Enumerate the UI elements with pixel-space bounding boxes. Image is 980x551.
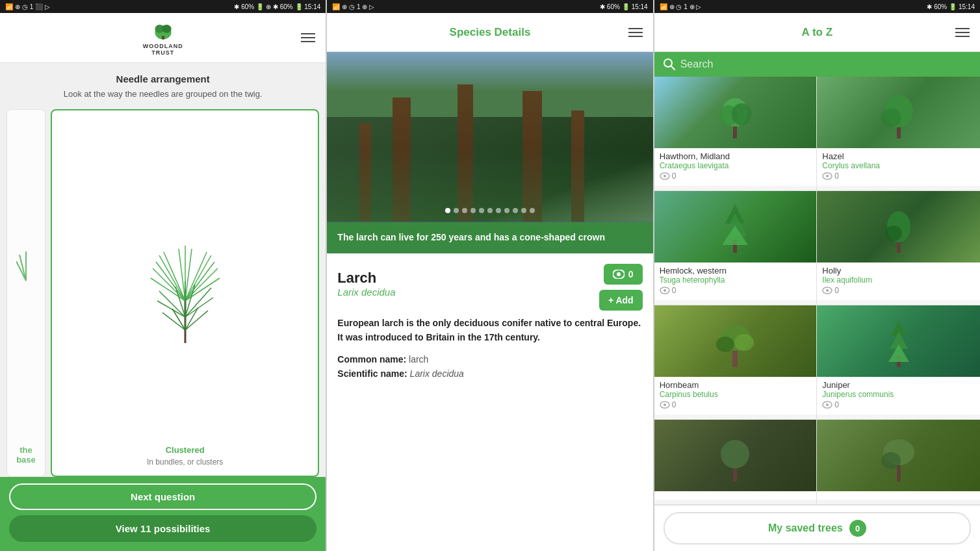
tree-cell-extra2[interactable] bbox=[817, 420, 980, 505]
dot-4[interactable] bbox=[471, 208, 476, 213]
action-buttons: 0 + Add bbox=[599, 264, 643, 311]
status-icons: ◷ 1 ⬛ ▷ bbox=[22, 3, 50, 10]
tree-cell-hemlock[interactable]: Hemlock, western Tsuga heterophylla 0 bbox=[654, 191, 818, 305]
hamburger-menu-2[interactable] bbox=[628, 28, 643, 37]
tree-cell-holly[interactable]: Holly Ilex aquifolium 0 bbox=[817, 191, 980, 305]
tree-cell-juniper[interactable]: Juniper Juniperus communis 0 bbox=[817, 305, 980, 420]
dot-10[interactable] bbox=[521, 208, 526, 213]
holly-count: 0 bbox=[822, 286, 975, 295]
signal-icon-2: 📶 bbox=[332, 3, 340, 10]
hazel-tree-graphic bbox=[879, 86, 918, 138]
panel-species-details: 📶 ⊕ ◷ 1 ⊕ ▷ ✱ 60% 🔋 15:14 Species Detail… bbox=[326, 0, 654, 551]
time-3: 15:14 bbox=[959, 3, 975, 10]
eye-icon bbox=[613, 270, 625, 279]
bluetooth-icon-3: ✱ bbox=[927, 3, 932, 10]
svg-point-64 bbox=[664, 404, 666, 406]
question-title: Needle arrangement bbox=[0, 63, 326, 88]
search-input[interactable] bbox=[680, 58, 971, 70]
sky-bg bbox=[327, 52, 652, 117]
field-scientific-value: Larix decidua bbox=[410, 368, 464, 379]
tree-cell-extra1[interactable] bbox=[654, 420, 818, 505]
svg-point-72 bbox=[721, 440, 749, 468]
svg-point-42 bbox=[664, 175, 666, 177]
juniper-eye-icon bbox=[822, 401, 832, 409]
next-question-button[interactable]: Next question bbox=[9, 483, 316, 510]
saved-trees-button[interactable]: My saved trees 0 bbox=[664, 512, 971, 545]
svg-point-45 bbox=[881, 109, 901, 127]
status-bar-2: 📶 ⊕ ◷ 1 ⊕ ▷ ✱ 60% 🔋 15:14 bbox=[327, 0, 652, 13]
option-label-clustered: Clustered bbox=[166, 445, 205, 455]
hemlock-latin: Tsuga heterophylla bbox=[660, 276, 812, 285]
time-1: ⊕ ✱ 60% 🔋 15:14 bbox=[266, 3, 320, 10]
svg-line-36 bbox=[671, 66, 675, 70]
dot-2[interactable] bbox=[454, 208, 459, 213]
svg-rect-3 bbox=[162, 36, 164, 39]
logo-leaf-icon bbox=[151, 19, 175, 43]
dot-1[interactable] bbox=[445, 208, 450, 213]
svg-point-58 bbox=[826, 289, 829, 292]
hamburger-menu-1[interactable] bbox=[301, 33, 315, 42]
dot-9[interactable] bbox=[513, 208, 518, 213]
hazel-name: Hazel bbox=[822, 151, 975, 161]
tree-image-holly bbox=[817, 191, 980, 263]
saved-trees-bar: My saved trees 0 bbox=[654, 505, 980, 551]
logo-text: WOODLANDTRUST bbox=[143, 43, 183, 56]
add-button[interactable]: + Add bbox=[599, 290, 643, 311]
battery-2: 60% 🔋 bbox=[607, 3, 630, 10]
view-button[interactable]: 0 bbox=[604, 264, 643, 285]
status-bar-3: 📶 ⊕ ◷ 1 ⊕ ▷ ✱ 60% 🔋 15:14 bbox=[654, 0, 980, 13]
tree-image-hawthorn bbox=[654, 77, 817, 148]
status-right-3: ✱ 60% 🔋 15:14 bbox=[927, 3, 975, 10]
species-header: Species Details bbox=[327, 13, 652, 52]
svg-point-34 bbox=[617, 272, 621, 276]
svg-point-40 bbox=[732, 103, 751, 125]
tree-cell-info-hornbeam: Hornbeam Carpinus betulus 0 bbox=[654, 377, 817, 415]
view-count: 0 bbox=[628, 269, 634, 279]
dot-7[interactable] bbox=[496, 208, 501, 213]
dot-5[interactable] bbox=[479, 208, 484, 213]
carousel-caption: The larch can live for 250 years and has… bbox=[327, 222, 652, 253]
status-icons-2: ⊕ ◷ 1 ⊕ ▷ bbox=[342, 3, 374, 10]
option-image-base bbox=[11, 116, 41, 445]
image-carousel[interactable]: The larch can live for 250 years and has… bbox=[327, 52, 652, 253]
search-icon bbox=[664, 58, 675, 70]
svg-point-56 bbox=[885, 225, 902, 241]
view-possibilities-button[interactable]: View 11 possibilities bbox=[9, 515, 316, 542]
svg-point-75 bbox=[881, 452, 901, 469]
holly-latin: Ilex aquifolium bbox=[822, 276, 975, 285]
panel-identifier: 📶 ⊕ ◷ 1 ⬛ ▷ ✱ 60% 🔋 ⊕ ✱ 60% 🔋 15:14 WOOD… bbox=[0, 0, 326, 551]
tree-cell-hornbeam[interactable]: Hornbeam Carpinus betulus 0 bbox=[654, 305, 818, 420]
svg-point-47 bbox=[826, 175, 829, 177]
hawthorn-eye-icon bbox=[660, 172, 670, 180]
needle-clustered-icon bbox=[143, 216, 227, 346]
svg-point-70 bbox=[826, 404, 829, 406]
tree-cell-info-holly: Holly Ilex aquifolium 0 bbox=[817, 263, 980, 300]
status-left-1: 📶 ⊕ ◷ 1 ⬛ ▷ bbox=[5, 3, 50, 10]
dot-6[interactable] bbox=[487, 208, 493, 213]
saved-trees-label: My saved trees bbox=[768, 522, 843, 534]
tree-cell-info-hazel: Hazel Corylus avellana 0 bbox=[817, 148, 980, 186]
hamburger-menu-3[interactable] bbox=[955, 28, 970, 37]
svg-point-61 bbox=[716, 337, 734, 352]
dot-3[interactable] bbox=[462, 208, 467, 213]
tree-cell-hazel[interactable]: Hazel Corylus avellana 0 bbox=[817, 77, 980, 191]
field-common-value: larch bbox=[409, 354, 428, 365]
field-common-name: Common name: larch bbox=[337, 354, 642, 365]
tree-cell-hawthorn[interactable]: Hawthorn, Midland Crataegus laevigata 0 bbox=[654, 77, 818, 191]
question-desc: Look at the way the needles are grouped … bbox=[0, 88, 326, 109]
juniper-name: Juniper bbox=[822, 380, 975, 390]
dot-11[interactable] bbox=[530, 208, 535, 213]
app-header-1: WOODLANDTRUST bbox=[0, 13, 326, 63]
hemlock-tree-graphic bbox=[716, 201, 754, 253]
dot-8[interactable] bbox=[504, 208, 509, 213]
option-card-base[interactable]: the base bbox=[6, 109, 45, 477]
woodland-trust-logo: WOODLANDTRUST bbox=[143, 19, 183, 56]
species-name-block: Larch Larix decidua bbox=[337, 270, 395, 305]
hazel-eye-icon bbox=[822, 172, 832, 180]
field-scientific-name: Scientific name: Larix decidua bbox=[337, 368, 642, 379]
hawthorn-tree-graphic bbox=[716, 86, 754, 138]
option-card-clustered[interactable]: Clustered In bundles, or clusters bbox=[51, 109, 319, 477]
option-image-clustered bbox=[56, 117, 314, 445]
tree-cell-info-extra1 bbox=[654, 491, 817, 500]
signal-icon: 📶 bbox=[5, 3, 13, 10]
